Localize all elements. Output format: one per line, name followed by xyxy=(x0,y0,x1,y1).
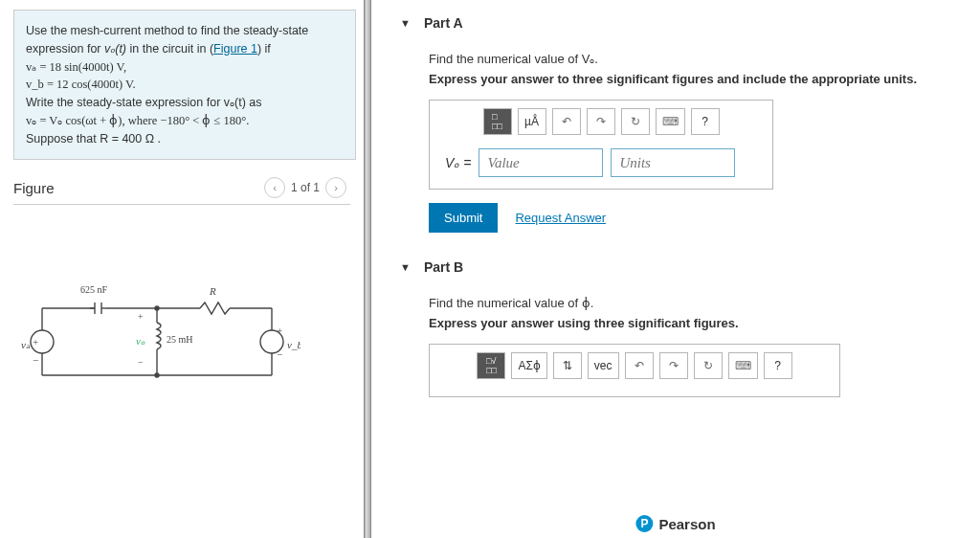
answer-label: Vₒ = xyxy=(445,155,471,170)
figure-prev-button[interactable]: ‹ xyxy=(264,177,285,198)
svg-text:−: − xyxy=(138,357,144,368)
write-expr: Write the steady-state expression for vₒ… xyxy=(26,96,262,109)
panel-splitter[interactable] xyxy=(364,0,371,538)
divider xyxy=(13,204,350,205)
vec-button[interactable]: vec xyxy=(588,352,619,379)
vo-var: vₒ(t) xyxy=(104,42,126,56)
help-button[interactable]: ? xyxy=(691,108,720,135)
reset-button[interactable]: ↻ xyxy=(621,108,650,135)
pearson-footer: P Pearson xyxy=(635,515,715,532)
keyboard-button[interactable]: ⌨ xyxy=(656,108,685,135)
circuit-diagram: + − vₐ 625 nF 25 mH + − vₒ R xyxy=(13,270,301,404)
problem-statement: Use the mesh-current method to find the … xyxy=(13,10,356,160)
undo-button[interactable]: ↶ xyxy=(552,108,581,135)
figure-next-button[interactable]: › xyxy=(325,177,346,198)
svg-text:+: + xyxy=(138,311,144,322)
part-a-hint: Express your answer to three significant… xyxy=(429,72,970,86)
svg-point-28 xyxy=(155,373,159,377)
value-input[interactable] xyxy=(479,148,603,177)
svg-text:vₐ: vₐ xyxy=(21,339,31,350)
svg-text:−: − xyxy=(277,348,282,360)
part-b-header[interactable]: ▼ Part B xyxy=(400,259,970,275)
request-answer-link[interactable]: Request Answer xyxy=(515,211,606,225)
help-button[interactable]: ? xyxy=(764,352,792,379)
svg-text:v_b: v_b xyxy=(287,339,301,350)
template-button[interactable]: □□□ xyxy=(483,108,512,135)
figure-link[interactable]: Figure 1 xyxy=(213,42,257,56)
redo-button[interactable]: ↷ xyxy=(659,352,688,379)
figure-title: Figure xyxy=(13,180,55,196)
units-button[interactable]: µÅ xyxy=(518,108,546,135)
keyboard-button[interactable]: ⌨ xyxy=(728,352,758,379)
pearson-text: Pearson xyxy=(658,516,715,532)
template-button[interactable]: □√□□ xyxy=(477,352,505,379)
undo-button[interactable]: ↶ xyxy=(625,352,654,379)
eq-va: vₐ = 18 sin(4000t) V, xyxy=(26,60,126,74)
svg-text:R: R xyxy=(209,285,216,297)
figure-nav: ‹ 1 of 1 › xyxy=(264,177,346,198)
figure-counter: 1 of 1 xyxy=(291,181,320,194)
reset-button[interactable]: ↻ xyxy=(694,352,723,379)
part-b-hint: Express your answer using three signific… xyxy=(429,316,970,330)
eq-vo: vₒ = Vₒ cos(ωt + ϕ), where −180° < ϕ ≤ 1… xyxy=(26,114,249,127)
svg-text:625 nF: 625 nF xyxy=(80,284,108,295)
svg-text:+: + xyxy=(33,336,38,347)
part-b-title: Part B xyxy=(424,259,463,275)
svg-text:−: − xyxy=(33,354,38,366)
svg-text:25 mH: 25 mH xyxy=(167,334,193,345)
answer-box-a: □□□ µÅ ↶ ↷ ↻ ⌨ ? Vₒ = xyxy=(429,100,773,190)
eq-vb: v_b = 12 cos(4000t) V. xyxy=(26,78,136,91)
submit-button[interactable]: Submit xyxy=(429,203,498,233)
svg-text:+: + xyxy=(277,325,282,336)
figure-viewport[interactable]: + − vₐ 625 nF 25 mH + − vₒ R xyxy=(13,213,364,481)
part-b-instruction: Find the numerical value of ϕ. xyxy=(429,296,970,310)
redo-button[interactable]: ↷ xyxy=(587,108,615,135)
suppose: Suppose that R = 400 Ω . xyxy=(26,132,161,146)
subscript-button[interactable]: ⇅ xyxy=(553,352,582,379)
greek-button[interactable]: ΑΣϕ xyxy=(511,352,546,379)
collapse-icon: ▼ xyxy=(400,17,411,29)
collapse-icon: ▼ xyxy=(400,261,411,273)
answer-box-b: □√□□ ΑΣϕ ⇅ vec ↶ ↷ ↻ ⌨ ? xyxy=(429,344,840,397)
svg-text:vₒ: vₒ xyxy=(136,335,145,347)
svg-point-27 xyxy=(155,306,159,310)
part-a-title: Part A xyxy=(424,15,463,31)
pearson-logo-icon: P xyxy=(635,515,653,532)
units-input[interactable] xyxy=(611,148,735,177)
part-a-instruction: Find the numerical value of Vₒ. xyxy=(429,52,970,66)
part-a-header[interactable]: ▼ Part A xyxy=(400,15,970,31)
